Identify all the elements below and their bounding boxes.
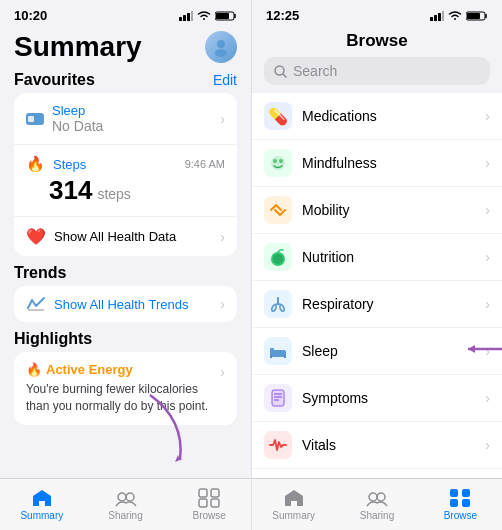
mindfulness-icon [264, 149, 292, 177]
steps-unit: steps [97, 186, 130, 202]
trends-header: Trends [14, 264, 237, 282]
left-scroll-content: Summary Favourites Edit Sleep No [0, 27, 251, 478]
browse-list: 💊 Medications › Mindfulness › [252, 93, 502, 478]
edit-link[interactable]: Edit [213, 72, 237, 88]
svg-rect-50 [462, 489, 470, 497]
search-bar[interactable]: Search [264, 57, 490, 85]
svg-rect-52 [462, 499, 470, 507]
medications-label: Medications [302, 108, 377, 124]
symptoms-chevron: › [485, 390, 490, 406]
svg-rect-2 [187, 13, 190, 21]
symptoms-svg [271, 389, 285, 407]
heart-icon: ❤️ [26, 227, 46, 246]
sleep-browse-icon [264, 337, 292, 365]
trends-label: Show All Health Trends [54, 297, 188, 312]
steps-label: Steps [53, 157, 86, 172]
left-tab-summary-label: Summary [20, 510, 63, 521]
wifi-icon [197, 11, 211, 21]
left-panel: 10:20 Summary [0, 0, 251, 530]
svg-rect-32 [270, 348, 274, 353]
right-panel: 12:25 Browse Search [251, 0, 502, 530]
sleep-label: Sleep [52, 103, 103, 118]
svg-point-30 [273, 254, 283, 264]
mobility-label: Mobility [302, 202, 349, 218]
svg-rect-19 [434, 15, 437, 21]
browse-item-sleep[interactable]: Sleep › [252, 328, 502, 375]
sharing-tab-icon [114, 488, 138, 508]
browse-item-vitals[interactable]: Vitals › [252, 422, 502, 469]
search-icon [274, 65, 287, 78]
svg-rect-0 [179, 17, 182, 21]
signal-icon [179, 11, 193, 21]
right-status-bar: 12:25 [252, 0, 502, 27]
right-tab-summary[interactable]: Summary [252, 488, 335, 521]
show-health-data-row[interactable]: ❤️ Show All Health Data › [14, 217, 237, 256]
browse-item-mindfulness[interactable]: Mindfulness › [252, 140, 502, 187]
browse-item-respiratory[interactable]: Respiratory › [252, 281, 502, 328]
trends-icon [26, 296, 46, 312]
right-status-icons [430, 11, 488, 21]
avatar[interactable] [205, 31, 237, 63]
left-time: 10:20 [14, 8, 47, 23]
left-tab-browse[interactable]: Browse [167, 488, 251, 521]
right-tab-bar: Summary Sharing Browse [252, 478, 502, 530]
svg-rect-16 [211, 499, 219, 507]
svg-point-28 [279, 159, 283, 163]
respiratory-chevron: › [485, 296, 490, 312]
left-tab-sharing[interactable]: Sharing [84, 488, 168, 521]
sleep-browse-label: Sleep [302, 343, 338, 359]
sleep-row[interactable]: Sleep No Data › [14, 93, 237, 145]
right-sharing-tab-icon [365, 488, 389, 508]
svg-point-48 [377, 493, 385, 501]
right-wifi-icon [448, 11, 462, 21]
mobility-icon [264, 196, 292, 224]
respiratory-icon [264, 290, 292, 318]
browse-item-mobility[interactable]: Mobility › [252, 187, 502, 234]
highlights-header: Highlights [14, 330, 237, 348]
steps-row[interactable]: 🔥 Steps 9:46 AM 314 steps [14, 145, 237, 217]
left-tab-summary[interactable]: Summary [0, 488, 84, 521]
right-tab-sharing-label: Sharing [360, 510, 394, 521]
left-tab-bar: Summary Sharing Browse [0, 478, 251, 530]
mobility-chevron: › [485, 202, 490, 218]
left-status-bar: 10:20 [0, 0, 251, 27]
browse-tab-icon-right [449, 488, 471, 508]
sleep-icon [26, 113, 44, 125]
mindfulness-svg [269, 154, 287, 172]
page-title: Summary [14, 31, 142, 63]
svg-rect-13 [199, 489, 207, 497]
steps-value: 314 [49, 175, 92, 206]
svg-point-7 [215, 49, 227, 57]
sleep-arrow-annotation [460, 339, 502, 363]
right-summary-tab-icon [283, 488, 305, 508]
summary-tab-icon [31, 488, 53, 508]
browse-item-other-data[interactable]: Other Data › [252, 469, 502, 478]
highlights-chevron: › [220, 364, 225, 380]
right-tab-sharing[interactable]: Sharing [335, 488, 418, 521]
svg-rect-23 [467, 13, 480, 19]
svg-rect-21 [442, 11, 444, 21]
highlights-text: You're burning fewer kilocalories than y… [26, 381, 214, 415]
browse-item-nutrition[interactable]: Nutrition › [252, 234, 502, 281]
medications-chevron: › [485, 108, 490, 124]
svg-rect-20 [438, 13, 441, 21]
highlights-row[interactable]: 🔥 Active Energy You're burning fewer kil… [14, 352, 237, 425]
trends-row[interactable]: Show All Health Trends › [14, 286, 237, 322]
medications-icon: 💊 [264, 102, 292, 130]
mindfulness-chevron: › [485, 155, 490, 171]
browse-item-symptoms[interactable]: Symptoms › [252, 375, 502, 422]
svg-point-47 [369, 493, 377, 501]
mobility-svg [269, 203, 287, 217]
favourites-title: Favourites [14, 71, 95, 89]
right-tab-browse[interactable]: Browse [419, 488, 502, 521]
svg-point-12 [126, 493, 134, 501]
browse-title: Browse [252, 27, 502, 57]
svg-point-27 [273, 159, 277, 163]
right-tab-browse-label: Browse [444, 510, 477, 521]
browse-item-medications[interactable]: 💊 Medications › [252, 93, 502, 140]
svg-rect-51 [450, 499, 458, 507]
sleep-chevron: › [220, 111, 225, 127]
vitals-svg [269, 438, 287, 452]
steps-flame-icon: 🔥 [26, 155, 45, 173]
vitals-label: Vitals [302, 437, 336, 453]
